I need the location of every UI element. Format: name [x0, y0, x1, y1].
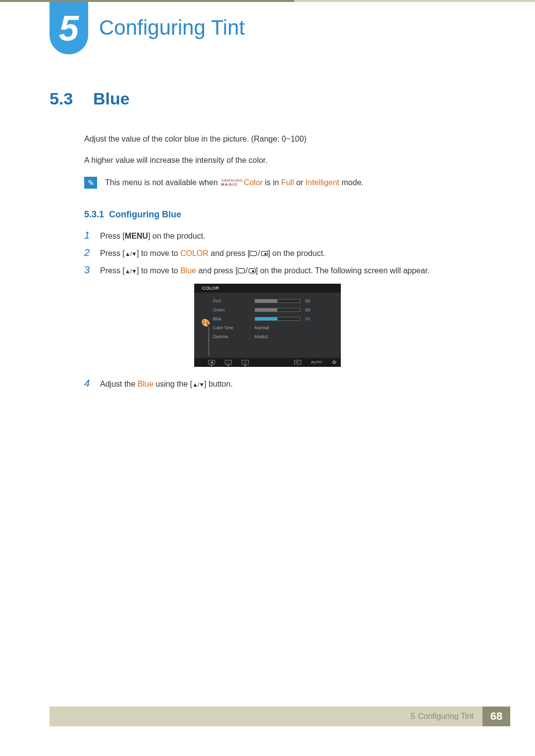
osd-label-gamma: Gamma [213, 334, 250, 339]
osd-value-green: 50 [305, 307, 310, 312]
step-text: Press [MENU] on the product. [100, 232, 206, 241]
up-down-arrows-icon: ▲/▼ [125, 251, 137, 257]
link-blue: Blue [180, 266, 196, 275]
source-icon [261, 251, 268, 256]
page-number: 68 [482, 706, 510, 726]
section-title: Blue [93, 89, 130, 108]
osd-slider-green [255, 308, 300, 312]
step-number: 1 [84, 230, 93, 241]
footer-chapter-label: 5Configuring Tint [411, 712, 474, 721]
samsung-magic-brand: SAMSUNGMAGIC [221, 179, 243, 187]
brand-suffix: Color [244, 178, 263, 187]
link-blue: Blue [138, 380, 154, 388]
osd-back-icon: ◄ [208, 360, 215, 364]
osd-value-tone: Normal [255, 325, 269, 330]
osd-label-tone: Color Tone [213, 325, 250, 330]
osd-plus-icon: + [242, 360, 249, 364]
link-color: COLOR [180, 249, 209, 257]
step-3: 3 Press [▲/▼] to move to Blue and press … [84, 264, 485, 276]
note-mid1: is in [263, 178, 281, 187]
step-number: 4 [84, 378, 93, 389]
enter-source-icon: / [238, 266, 256, 275]
osd-icon-column: 🎨 [198, 297, 213, 349]
up-down-arrows-icon: ▲/▼ [125, 268, 137, 275]
up-down-arrows-icon: ▲/▼ [192, 381, 204, 388]
chapter-title: Configuring Tint [99, 16, 245, 40]
step-text: Press [▲/▼] to move to Blue and press [/… [100, 266, 429, 275]
step-1: 1 Press [MENU] on the product. [84, 230, 485, 241]
osd-body: 🎨 Red : 50 Green : 50 Blue : [194, 293, 341, 356]
rect-icon [250, 251, 257, 256]
osd-value-gamma: Mode1 [255, 334, 268, 339]
osd-enter-icon: ↵ [294, 360, 301, 364]
osd-title: COLOR [194, 284, 341, 293]
osd-value-red: 50 [305, 299, 310, 303]
note-icon [84, 177, 97, 189]
osd-row-tone: Color Tone : Normal [213, 323, 335, 332]
note-mode2: Intelligent [306, 178, 340, 187]
osd-slider-blue [255, 317, 300, 321]
step-number: 2 [84, 247, 93, 258]
step-text: Adjust the Blue using the [▲/▼] button. [100, 380, 233, 389]
osd-label-red: Red [213, 299, 250, 303]
step-number: 3 [84, 264, 93, 276]
osd-row-blue: Blue : 50 [213, 314, 335, 323]
osd-row-red: Red : 50 [213, 297, 335, 305]
palette-icon: 🎨 [201, 318, 211, 327]
osd-power-icon: ⏻ [332, 360, 336, 364]
footer-bar: 5Configuring Tint [50, 706, 482, 726]
enter-source-icon: / [250, 249, 268, 258]
subsection-title: Configuring Blue [109, 209, 181, 219]
section-description-2: A higher value will increase the intensi… [84, 155, 485, 166]
page-footer: 5Configuring Tint 68 [50, 706, 510, 726]
osd-screenshot: COLOR 🎨 Red : 50 Green : 50 [194, 284, 341, 367]
step-2: 2 Press [▲/▼] to move to COLOR and press… [84, 247, 485, 258]
note-mid2: or [294, 178, 305, 187]
subsection-heading: 5.3.1 Configuring Blue [84, 209, 485, 220]
rect-icon [238, 268, 245, 273]
note-prefix: This menu is not available when [105, 178, 220, 187]
chapter-number: 5 [59, 10, 79, 46]
steps-list: 1 Press [MENU] on the product. 2 Press [… [84, 230, 485, 276]
note-mode1: Full [281, 178, 294, 187]
steps-list-cont: 4 Adjust the Blue using the [▲/▼] button… [84, 378, 485, 389]
section-description-1: Adjust the value of the color blue in th… [84, 134, 485, 145]
curve-decoration [199, 326, 209, 356]
chapter-badge: 5 [50, 2, 88, 54]
osd-row-gamma: Gamma : Mode1 [213, 332, 335, 341]
step-text: Press [▲/▼] to move to COLOR and press [… [100, 249, 325, 258]
section-number: 5.3 [50, 89, 83, 108]
step-4: 4 Adjust the Blue using the [▲/▼] button… [84, 378, 485, 389]
osd-value-blue: 50 [305, 316, 310, 321]
brand-bottom: MAGIC [221, 183, 243, 187]
menu-button-label: MENU [125, 232, 148, 240]
note-text: This menu is not available when SAMSUNGM… [105, 178, 364, 187]
osd-label-green: Green [213, 307, 250, 312]
osd-slider-red [255, 299, 300, 303]
osd-minus-icon: − [225, 360, 232, 364]
osd-label-blue: Blue [213, 316, 250, 321]
source-icon [249, 268, 256, 273]
osd-footer: ◄ − + ↵ AUTO ⏻ [194, 358, 341, 367]
subsection-number: 5.3.1 [84, 209, 104, 219]
section-heading: 5.3 Blue [50, 89, 485, 108]
osd-auto-label: AUTO [311, 360, 322, 364]
note-suffix: mode. [339, 178, 364, 187]
note-row: This menu is not available when SAMSUNGM… [84, 177, 485, 189]
osd-row-green: Green : 50 [213, 305, 335, 314]
